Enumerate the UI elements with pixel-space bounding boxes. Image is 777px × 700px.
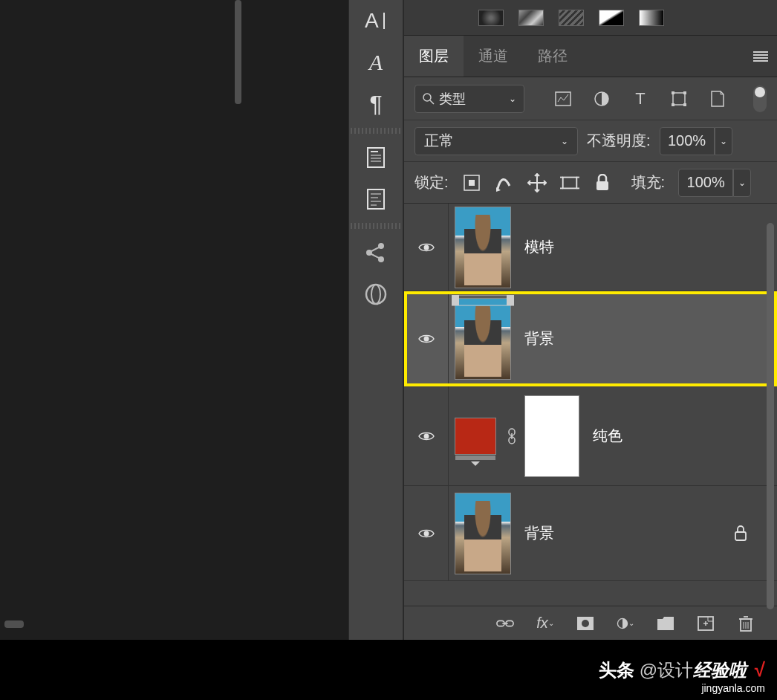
layer-mask-thumbnail[interactable] [524,395,579,477]
gradient-angle[interactable] [518,10,544,26]
chevron-down-icon: ⌄ [561,136,568,146]
glyph-tool[interactable]: A [349,42,403,83]
glyph-icon: A [369,50,383,75]
lock-artboard-icon[interactable] [560,173,579,192]
layer-effects-icon[interactable]: fx⌄ [536,615,554,632]
layers-list: 模特 背景 纯色 [404,204,777,606]
watermark-footer: 头条 @设计经验啦 √ jingyanla.com [0,640,777,700]
filter-type-icon[interactable]: T [631,90,649,108]
svg-rect-25 [683,91,686,94]
svg-line-20 [430,100,434,104]
filter-shape-icon[interactable] [670,90,688,108]
character-icon: A [365,10,387,32]
chevron-down-icon: ⌄ [509,94,516,104]
svg-rect-24 [672,91,674,94]
paragraph-tool[interactable]: ¶ [349,83,403,125]
gradient-reflected[interactable] [559,10,584,26]
link-layers-icon[interactable] [496,615,514,632]
search-icon [423,93,435,105]
verified-icon: √ [755,658,765,681]
svg-rect-7 [368,189,384,209]
svg-rect-26 [672,103,674,106]
lock-label: 锁定: [414,172,449,192]
layer-thumbnail[interactable] [455,298,511,380]
opacity-value[interactable]: 100% [660,127,715,155]
layer-item[interactable]: 模特 [404,204,777,291]
cloud-tool[interactable] [349,273,403,315]
filter-smart-icon[interactable] [709,90,726,108]
svg-point-18 [371,285,380,304]
panel-menu-icon[interactable] [753,51,768,62]
footer-url: jingyanla.com [701,682,765,694]
visibility-icon[interactable] [418,242,435,253]
filter-adjustment-icon[interactable] [593,90,611,108]
blend-mode-dropdown[interactable]: 正常 ⌄ [414,127,578,155]
notes-tool[interactable] [349,137,403,178]
lock-position-icon[interactable] [527,173,547,192]
svg-point-47 [423,531,429,536]
solid-color-thumbnail[interactable] [455,418,496,455]
svg-rect-40 [452,295,514,305]
gradient-radial[interactable] [478,10,504,26]
tab-channels[interactable]: 通道 [464,36,523,77]
character-tool[interactable]: A [349,0,403,42]
lock-all-icon[interactable] [593,173,612,192]
layers-footer-bar: fx⌄ ⌄ [404,606,777,640]
new-layer-icon[interactable] [697,615,715,632]
svg-point-38 [423,244,429,250]
smart-object-badge [452,295,514,310]
svg-rect-41 [452,295,459,305]
svg-line-15 [371,247,379,251]
gradient-presets [404,0,777,36]
filter-type-dropdown[interactable]: 类型 ⌄ [414,85,524,113]
notes-icon [366,146,386,169]
pilcrow-icon: ¶ [369,91,382,118]
layer-item[interactable]: 背景 [404,291,777,386]
gradient-linear[interactable] [639,10,664,26]
link-icon[interactable] [505,428,518,444]
svg-point-17 [366,285,386,304]
adjustment-layer-icon[interactable]: ⌄ [617,615,634,632]
svg-rect-48 [735,532,746,540]
lock-badge-icon[interactable] [734,525,747,542]
opacity-label: 不透明度: [587,131,651,151]
svg-rect-37 [596,181,608,190]
visibility-icon[interactable] [418,430,435,442]
gradient-diamond[interactable] [599,10,624,26]
cloud-icon [365,283,387,305]
fill-dropdown-arrow[interactable]: ⌄ [733,169,751,197]
delete-layer-icon[interactable] [737,615,755,632]
vertical-scrollbar[interactable] [233,0,243,617]
layer-thumbnail[interactable] [455,207,511,288]
layer-item[interactable]: 背景 [404,486,777,581]
svg-text:A: A [365,10,379,32]
opacity-dropdown-arrow[interactable]: ⌄ [715,127,732,155]
svg-point-43 [423,433,429,438]
svg-line-16 [371,254,379,258]
filter-toggle[interactable] [753,85,767,112]
layer-name: 背景 [524,523,554,543]
canvas-area [0,0,98,640]
properties-tool[interactable] [349,178,403,220]
share-tool[interactable] [349,232,403,273]
lock-image-icon[interactable] [495,173,514,192]
tab-layers[interactable]: 图层 [404,36,464,77]
layer-item[interactable]: 纯色 [404,386,777,486]
layer-thumbnail[interactable] [455,493,511,574]
visibility-icon[interactable] [418,333,435,345]
svg-rect-29 [469,180,475,186]
visibility-icon[interactable] [418,528,435,539]
svg-rect-3 [371,151,378,152]
layers-scrollbar[interactable] [767,223,774,609]
fill-value[interactable]: 100% [678,169,733,197]
svg-rect-2 [368,148,384,167]
group-layers-icon[interactable] [657,615,674,632]
horizontal-scrollbar-thumb[interactable] [4,620,24,628]
lock-transparency-icon[interactable] [462,173,481,192]
layers-panel: 图层 通道 路径 类型 ⌄ T [403,0,777,640]
svg-rect-27 [683,103,686,106]
blend-mode-value: 正常 [424,131,454,151]
tab-paths[interactable]: 路径 [523,36,582,77]
filter-pixel-icon[interactable] [554,90,572,108]
layer-mask-icon[interactable] [576,615,594,632]
